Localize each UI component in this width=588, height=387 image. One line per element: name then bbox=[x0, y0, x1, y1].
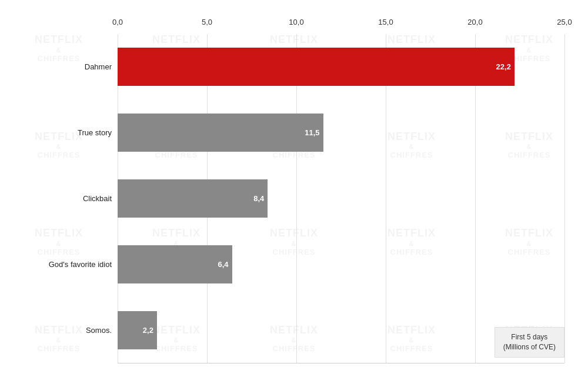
bar-wrapper-truestory: 11,5 bbox=[118, 114, 564, 152]
x-label-10: 10,0 bbox=[289, 18, 303, 26]
x-label-25: 25,0 bbox=[557, 18, 572, 26]
bar-clickbait: 8,4 bbox=[118, 179, 268, 218]
chart-area: 0,0 5,0 10,0 15,0 20,0 25,0 Dahmer bbox=[18, 18, 570, 363]
grid-line-100 bbox=[564, 34, 565, 363]
bar-value-godsfav: 6,4 bbox=[218, 260, 228, 269]
legend-box: First 5 days (Millions of CVE) bbox=[495, 327, 564, 358]
bar-row-godsfav: God's favorite idiot 6,4 bbox=[118, 245, 564, 283]
bar-dahmer: 22,2 bbox=[118, 48, 514, 86]
x-axis-top: 0,0 5,0 10,0 15,0 20,0 25,0 bbox=[118, 18, 564, 29]
bar-row-dahmer: Dahmer 22,2 bbox=[118, 48, 564, 86]
bars-section: Dahmer 22,2 True story 11,5 bbox=[118, 34, 564, 363]
x-label-15: 15,0 bbox=[378, 18, 393, 26]
legend-line2: (Millions of CVE) bbox=[503, 342, 556, 352]
bar-godsfav: 6,4 bbox=[118, 245, 232, 283]
bar-label-dahmer: Dahmer bbox=[12, 62, 112, 71]
bar-wrapper-godsfav: 6,4 bbox=[118, 245, 564, 283]
bar-rows: Dahmer 22,2 True story 11,5 bbox=[118, 34, 564, 363]
bar-label-somos: Somos. bbox=[12, 326, 112, 335]
x-axis-line bbox=[118, 363, 564, 363]
bar-wrapper-clickbait: 8,4 bbox=[118, 179, 564, 218]
bar-label-truestory: True story bbox=[12, 128, 112, 137]
chart-container: NETFLIX&CHIFFRES NETFLIX&CHIFFRES NETFLI… bbox=[0, 0, 588, 387]
bar-truestory: 11,5 bbox=[118, 114, 323, 152]
bar-value-clickbait: 8,4 bbox=[253, 194, 264, 203]
x-label-5: 5,0 bbox=[202, 18, 212, 26]
bar-value-truestory: 11,5 bbox=[305, 128, 319, 137]
bar-value-somos: 2,2 bbox=[143, 326, 153, 335]
x-label-20: 20,0 bbox=[467, 18, 482, 26]
bar-value-dahmer: 22,2 bbox=[496, 62, 511, 71]
bar-label-clickbait: Clickbait bbox=[12, 194, 112, 203]
bar-row-truestory: True story 11,5 bbox=[118, 114, 564, 152]
bar-wrapper-dahmer: 22,2 bbox=[118, 48, 564, 86]
bar-somos: 2,2 bbox=[118, 311, 157, 349]
bar-label-godsfav: God's favorite idiot bbox=[12, 260, 112, 269]
legend-line1: First 5 days bbox=[503, 332, 556, 342]
x-label-0: 0,0 bbox=[112, 18, 123, 26]
bar-row-clickbait: Clickbait 8,4 bbox=[118, 179, 564, 218]
